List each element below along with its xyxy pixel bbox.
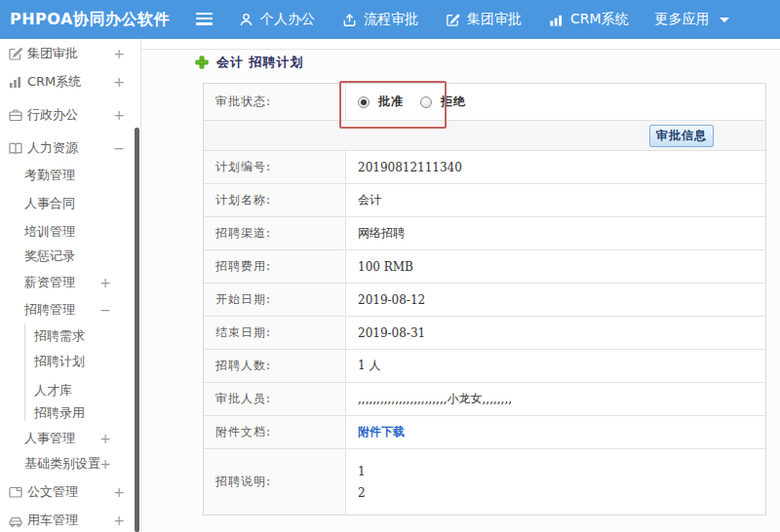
chart-icon (8, 74, 23, 90)
expand-toggle[interactable]: + (113, 511, 125, 530)
doc-icon (8, 484, 23, 500)
page-title: 会计 招聘计划 (216, 54, 304, 71)
field-label: 结束日期: (204, 317, 346, 349)
table-row: 招聘人数: 1 人 (204, 349, 765, 382)
table-row: 审批人员: ,,,,,,,,,,,,,,,,,,,,,,,,小龙女,,,,,,,… (204, 382, 765, 415)
table-row: 开始日期: 2019-08-12 (204, 283, 765, 316)
expand-toggle[interactable]: + (99, 454, 111, 474)
page-title-row: 会计 招聘计划 (195, 54, 304, 71)
sidebar-item-recruit-plan[interactable]: 招聘计划 (0, 352, 140, 371)
sidebar-item-crm[interactable]: CRM系统 + (0, 72, 140, 92)
field-value: 2019-08-31 (346, 317, 765, 349)
sidebar-item-recruit-mgmt[interactable]: 招聘管理 − (0, 300, 140, 320)
sidebar-item-admin-office[interactable]: 行政办公 + (0, 105, 140, 125)
expand-toggle[interactable]: + (113, 482, 125, 502)
table-row: 招聘费用: 100 RMB (204, 249, 765, 283)
approval-info-button[interactable]: 审批信息 (649, 125, 714, 147)
sidebar-item-group-approval[interactable]: 集团审批 + (0, 44, 140, 63)
main-content: 会计 招聘计划 审批状态: 批准 拒绝 审批信息 计划编号: 201908121… (141, 39, 780, 532)
sidebar-item-base-category[interactable]: 基础类别设置 + (0, 454, 140, 474)
field-label: 招聘渠道: (204, 217, 346, 249)
briefcase-icon (8, 107, 23, 123)
nav-group-approval[interactable]: 集团审批 (445, 11, 522, 28)
table-row: 招聘说明: 1 2 (204, 448, 765, 514)
field-label: 招聘说明: (204, 449, 346, 514)
button-row: 审批信息 (204, 120, 765, 150)
flow-icon (341, 12, 358, 28)
sidebar-item-salary[interactable]: 薪资管理 + (0, 273, 140, 292)
user-icon (238, 12, 254, 28)
field-label: 招聘费用: (204, 250, 346, 283)
sidebar-item-attendance[interactable]: 考勤管理 (0, 166, 140, 185)
table-row: 结束日期: 2019-08-31 (204, 316, 765, 349)
collapse-toggle[interactable]: − (99, 300, 111, 320)
field-value: 会计 (346, 184, 765, 216)
expand-toggle[interactable]: + (113, 72, 125, 92)
expand-toggle[interactable]: + (113, 44, 125, 63)
field-value: 1 2 (346, 449, 765, 514)
field-label: 审批状态: (204, 84, 346, 120)
sidebar-item-recruit-need[interactable]: 招聘需求 (0, 326, 140, 346)
chart-icon (548, 12, 565, 28)
hamburger-menu-icon[interactable] (196, 13, 213, 25)
field-label: 招聘人数: (204, 350, 346, 382)
sidebar-item-documents[interactable]: 公文管理 + (0, 482, 140, 502)
collapse-toggle[interactable]: − (113, 138, 125, 158)
field-value: 100 RMB (346, 250, 765, 283)
app-logo: PHPOA协同办公软件 (10, 10, 170, 30)
sidebar-scrollbar[interactable] (135, 128, 139, 532)
field-label: 审批人员: (204, 383, 346, 415)
detail-table: 审批状态: 批准 拒绝 审批信息 计划编号: 20190812111340 计划… (203, 83, 766, 515)
nav-personal-office[interactable]: 个人办公 (238, 11, 315, 28)
sidebar: 集团审批 + CRM系统 + 行政办公 + 人力资源 − 考勤管理 人事合同 培… (0, 39, 141, 532)
sidebar-item-vehicle[interactable]: 用车管理 + (0, 511, 140, 530)
radio-approve[interactable] (358, 96, 370, 108)
attachment-download-link[interactable]: 附件下载 (358, 424, 405, 440)
nav-crm-system[interactable]: CRM系统 (548, 11, 629, 28)
expand-toggle[interactable]: + (99, 429, 111, 448)
sidebar-item-hr-contract[interactable]: 人事合同 (0, 194, 140, 213)
edit-icon (445, 12, 461, 28)
nav-more-apps[interactable]: 更多应用 (655, 11, 729, 28)
edit-icon (8, 46, 23, 61)
approval-radio-group: 批准 拒绝 (358, 94, 474, 110)
expand-toggle[interactable]: + (113, 105, 125, 125)
sidebar-item-human-resources[interactable]: 人力资源 − (0, 138, 140, 158)
car-icon (8, 513, 23, 528)
field-label: 开始日期: (204, 284, 346, 316)
caret-down-icon (720, 18, 729, 22)
book-icon (8, 140, 23, 156)
plus-icon (195, 56, 209, 69)
field-label: 计划名称: (204, 184, 346, 216)
field-label: 附件文档: (204, 416, 346, 448)
field-value: 1 人 (346, 350, 765, 382)
table-row: 计划名称: 会计 (204, 183, 765, 216)
field-value: 20190812111340 (346, 151, 765, 183)
field-value: ,,,,,,,,,,,,,,,,,,,,,,,,小龙女,,,,,,,, (346, 383, 765, 415)
sidebar-item-personnel[interactable]: 人事管理 + (0, 429, 140, 448)
field-label: 计划编号: (204, 151, 346, 183)
sidebar-item-rewards[interactable]: 奖惩记录 (0, 247, 140, 266)
nav-workflow-approval[interactable]: 流程审批 (341, 11, 418, 28)
top-nav: 个人办公 流程审批 集团审批 CRM系统 更多应用 (238, 0, 729, 39)
status-row: 审批状态: 批准 拒绝 (204, 84, 765, 120)
sidebar-item-recruit-hire[interactable]: 招聘录用 (0, 403, 140, 423)
field-value: 2019-08-12 (346, 284, 765, 316)
radio-reject[interactable] (420, 96, 432, 108)
table-row: 附件文档: 附件下载 (204, 415, 765, 448)
top-bar: PHPOA协同办公软件 个人办公 流程审批 集团审批 CRM系统 更多应用 (0, 0, 780, 39)
table-row: 计划编号: 20190812111340 (204, 150, 765, 183)
table-row: 招聘渠道: 网络招聘 (204, 216, 765, 249)
sidebar-item-talent-pool[interactable]: 人才库 (0, 381, 140, 400)
expand-toggle[interactable]: + (99, 273, 111, 292)
field-value: 网络招聘 (346, 217, 765, 249)
sidebar-item-training[interactable]: 培训管理 (0, 222, 140, 242)
